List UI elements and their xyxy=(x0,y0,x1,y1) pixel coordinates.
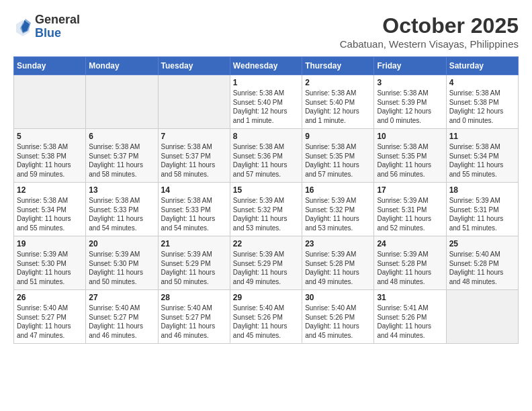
calendar-cell: 13Sunrise: 5:38 AM Sunset: 5:33 PM Dayli… xyxy=(86,183,158,236)
page-header: General Blue October 2025 Cabatuan, West… xyxy=(13,13,519,50)
day-info: Sunrise: 5:38 AM Sunset: 5:33 PM Dayligh… xyxy=(161,196,227,232)
day-info: Sunrise: 5:39 AM Sunset: 5:30 PM Dayligh… xyxy=(89,250,154,286)
day-info: Sunrise: 5:39 AM Sunset: 5:28 PM Dayligh… xyxy=(305,250,371,286)
day-info: Sunrise: 5:39 AM Sunset: 5:31 PM Dayligh… xyxy=(449,196,515,232)
calendar-week-row: 12Sunrise: 5:38 AM Sunset: 5:34 PM Dayli… xyxy=(14,183,519,236)
calendar-cell: 22Sunrise: 5:39 AM Sunset: 5:29 PM Dayli… xyxy=(230,236,302,290)
calendar-cell: 29Sunrise: 5:40 AM Sunset: 5:26 PM Dayli… xyxy=(230,290,302,344)
calendar-cell: 9Sunrise: 5:38 AM Sunset: 5:35 PM Daylig… xyxy=(302,129,374,183)
calendar-cell xyxy=(86,75,158,129)
calendar-cell: 24Sunrise: 5:39 AM Sunset: 5:28 PM Dayli… xyxy=(374,236,446,290)
day-info: Sunrise: 5:39 AM Sunset: 5:28 PM Dayligh… xyxy=(377,250,443,286)
day-number: 23 xyxy=(305,239,371,248)
day-number: 4 xyxy=(449,78,515,87)
day-number: 27 xyxy=(89,293,154,302)
day-number: 22 xyxy=(233,239,299,248)
calendar-week-row: 5Sunrise: 5:38 AM Sunset: 5:38 PM Daylig… xyxy=(14,129,519,183)
weekday-header-row: SundayMondayTuesdayWednesdayThursdayFrid… xyxy=(14,57,519,75)
day-number: 11 xyxy=(449,132,515,141)
day-info: Sunrise: 5:38 AM Sunset: 5:35 PM Dayligh… xyxy=(305,142,371,179)
day-info: Sunrise: 5:38 AM Sunset: 5:36 PM Dayligh… xyxy=(233,142,299,179)
day-number: 3 xyxy=(377,78,443,87)
day-info: Sunrise: 5:40 AM Sunset: 5:28 PM Dayligh… xyxy=(449,250,515,286)
day-number: 28 xyxy=(161,293,227,302)
weekday-header: Sunday xyxy=(14,57,86,75)
day-number: 12 xyxy=(17,185,83,195)
weekday-header: Monday xyxy=(86,57,158,75)
day-number: 13 xyxy=(89,185,154,195)
calendar-cell xyxy=(14,75,86,129)
day-info: Sunrise: 5:38 AM Sunset: 5:38 PM Dayligh… xyxy=(449,89,515,125)
day-number: 25 xyxy=(449,239,515,248)
calendar-cell: 2Sunrise: 5:38 AM Sunset: 5:40 PM Daylig… xyxy=(302,75,374,129)
day-info: Sunrise: 5:38 AM Sunset: 5:37 PM Dayligh… xyxy=(161,142,227,179)
calendar-cell: 27Sunrise: 5:40 AM Sunset: 5:27 PM Dayli… xyxy=(86,290,158,344)
day-info: Sunrise: 5:40 AM Sunset: 5:27 PM Dayligh… xyxy=(161,304,227,340)
calendar-cell: 10Sunrise: 5:38 AM Sunset: 5:35 PM Dayli… xyxy=(374,129,446,183)
calendar-cell: 4Sunrise: 5:38 AM Sunset: 5:38 PM Daylig… xyxy=(446,75,518,129)
day-number: 20 xyxy=(89,239,154,248)
day-number: 26 xyxy=(17,293,83,302)
calendar-cell: 23Sunrise: 5:39 AM Sunset: 5:28 PM Dayli… xyxy=(302,236,374,290)
logo-icon xyxy=(13,17,32,36)
calendar-cell: 16Sunrise: 5:39 AM Sunset: 5:32 PM Dayli… xyxy=(302,183,374,236)
calendar-cell: 3Sunrise: 5:38 AM Sunset: 5:39 PM Daylig… xyxy=(374,75,446,129)
day-number: 2 xyxy=(305,78,371,87)
calendar-cell: 12Sunrise: 5:38 AM Sunset: 5:34 PM Dayli… xyxy=(14,183,86,236)
calendar-cell: 31Sunrise: 5:41 AM Sunset: 5:26 PM Dayli… xyxy=(374,290,446,344)
weekday-header: Saturday xyxy=(446,57,518,75)
day-number: 7 xyxy=(161,132,227,141)
day-info: Sunrise: 5:38 AM Sunset: 5:34 PM Dayligh… xyxy=(17,196,83,232)
calendar-cell xyxy=(446,290,518,344)
calendar-cell: 18Sunrise: 5:39 AM Sunset: 5:31 PM Dayli… xyxy=(446,183,518,236)
day-number: 19 xyxy=(17,239,83,248)
day-info: Sunrise: 5:38 AM Sunset: 5:35 PM Dayligh… xyxy=(377,142,443,179)
calendar-cell xyxy=(158,75,230,129)
calendar-cell: 30Sunrise: 5:40 AM Sunset: 5:26 PM Dayli… xyxy=(302,290,374,344)
day-info: Sunrise: 5:38 AM Sunset: 5:40 PM Dayligh… xyxy=(233,89,299,125)
day-info: Sunrise: 5:40 AM Sunset: 5:26 PM Dayligh… xyxy=(233,304,299,340)
calendar-cell: 20Sunrise: 5:39 AM Sunset: 5:30 PM Dayli… xyxy=(86,236,158,290)
calendar-week-row: 26Sunrise: 5:40 AM Sunset: 5:27 PM Dayli… xyxy=(14,290,519,344)
day-number: 10 xyxy=(377,132,443,141)
day-info: Sunrise: 5:41 AM Sunset: 5:26 PM Dayligh… xyxy=(377,304,443,340)
calendar-cell: 15Sunrise: 5:39 AM Sunset: 5:32 PM Dayli… xyxy=(230,183,302,236)
calendar-cell: 25Sunrise: 5:40 AM Sunset: 5:28 PM Dayli… xyxy=(446,236,518,290)
calendar-cell: 8Sunrise: 5:38 AM Sunset: 5:36 PM Daylig… xyxy=(230,129,302,183)
day-number: 24 xyxy=(377,239,443,248)
day-info: Sunrise: 5:39 AM Sunset: 5:29 PM Dayligh… xyxy=(161,250,227,286)
weekday-header: Friday xyxy=(374,57,446,75)
day-info: Sunrise: 5:38 AM Sunset: 5:33 PM Dayligh… xyxy=(89,196,154,232)
weekday-header: Wednesday xyxy=(230,57,302,75)
calendar-cell: 7Sunrise: 5:38 AM Sunset: 5:37 PM Daylig… xyxy=(158,129,230,183)
day-info: Sunrise: 5:38 AM Sunset: 5:34 PM Dayligh… xyxy=(449,142,515,179)
day-info: Sunrise: 5:39 AM Sunset: 5:30 PM Dayligh… xyxy=(17,250,83,286)
day-info: Sunrise: 5:39 AM Sunset: 5:32 PM Dayligh… xyxy=(305,196,371,232)
day-number: 30 xyxy=(305,293,371,302)
calendar-cell: 26Sunrise: 5:40 AM Sunset: 5:27 PM Dayli… xyxy=(14,290,86,344)
calendar-cell: 19Sunrise: 5:39 AM Sunset: 5:30 PM Dayli… xyxy=(14,236,86,290)
weekday-header: Tuesday xyxy=(158,57,230,75)
day-number: 31 xyxy=(377,293,443,302)
day-number: 21 xyxy=(161,239,227,248)
calendar-cell: 11Sunrise: 5:38 AM Sunset: 5:34 PM Dayli… xyxy=(446,129,518,183)
day-number: 1 xyxy=(233,78,299,87)
day-info: Sunrise: 5:38 AM Sunset: 5:39 PM Dayligh… xyxy=(377,89,443,125)
logo-text: General Blue xyxy=(35,13,80,40)
day-info: Sunrise: 5:40 AM Sunset: 5:26 PM Dayligh… xyxy=(305,304,371,340)
day-number: 6 xyxy=(89,132,154,141)
title-block: October 2025 Cabatuan, Western Visayas, … xyxy=(340,13,519,50)
calendar-cell: 5Sunrise: 5:38 AM Sunset: 5:38 PM Daylig… xyxy=(14,129,86,183)
month-title: October 2025 xyxy=(340,13,519,38)
day-number: 17 xyxy=(377,185,443,195)
day-info: Sunrise: 5:40 AM Sunset: 5:27 PM Dayligh… xyxy=(89,304,154,340)
day-number: 5 xyxy=(17,132,83,141)
day-info: Sunrise: 5:38 AM Sunset: 5:40 PM Dayligh… xyxy=(305,89,371,125)
day-number: 29 xyxy=(233,293,299,302)
day-number: 8 xyxy=(233,132,299,141)
calendar-cell: 21Sunrise: 5:39 AM Sunset: 5:29 PM Dayli… xyxy=(158,236,230,290)
day-info: Sunrise: 5:39 AM Sunset: 5:31 PM Dayligh… xyxy=(377,196,443,232)
day-info: Sunrise: 5:39 AM Sunset: 5:29 PM Dayligh… xyxy=(233,250,299,286)
day-info: Sunrise: 5:39 AM Sunset: 5:32 PM Dayligh… xyxy=(233,196,299,232)
calendar-cell: 6Sunrise: 5:38 AM Sunset: 5:37 PM Daylig… xyxy=(86,129,158,183)
